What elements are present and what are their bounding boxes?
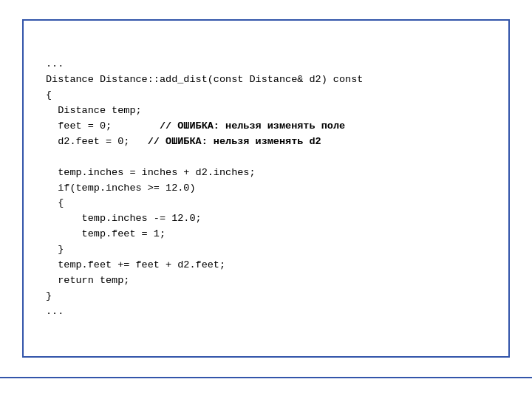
bottom-divider (0, 377, 532, 378)
code-line-11: temp.inches -= 12.0; (46, 213, 202, 224)
code-line-12: temp.feet = 1; (46, 228, 166, 239)
code-block: ... Distance Distance::add_dist(const Di… (46, 41, 486, 335)
code-line-15: return temp; (46, 275, 129, 286)
code-line-14: temp.feet += feet + d2.feet; (46, 259, 225, 270)
code-line-8: temp.inches = inches + d2.inches; (46, 167, 256, 178)
code-line-1: ... (46, 58, 64, 69)
slide-container: ... Distance Distance::add_dist(const Di… (0, 0, 532, 399)
code-panel: ... Distance Distance::add_dist(const Di… (22, 19, 510, 358)
code-line-5: feet = 0; // ОШИБКА: нельзя изменять пол… (46, 120, 345, 132)
code-line-9: if(temp.inches >= 12.0) (46, 183, 196, 194)
code-line-2: Distance Distance::add_dist(const Distan… (46, 74, 363, 85)
code-line-13: } (46, 244, 64, 255)
code-line-6: d2.feet = 0; // ОШИБКА: нельзя изменять … (46, 136, 321, 147)
code-line-3: { (46, 89, 52, 100)
code-line-17: ... (46, 306, 64, 317)
code-line-10: { (46, 197, 64, 208)
code-line-16: } (46, 290, 52, 301)
code-line-4: Distance temp; (46, 105, 142, 116)
